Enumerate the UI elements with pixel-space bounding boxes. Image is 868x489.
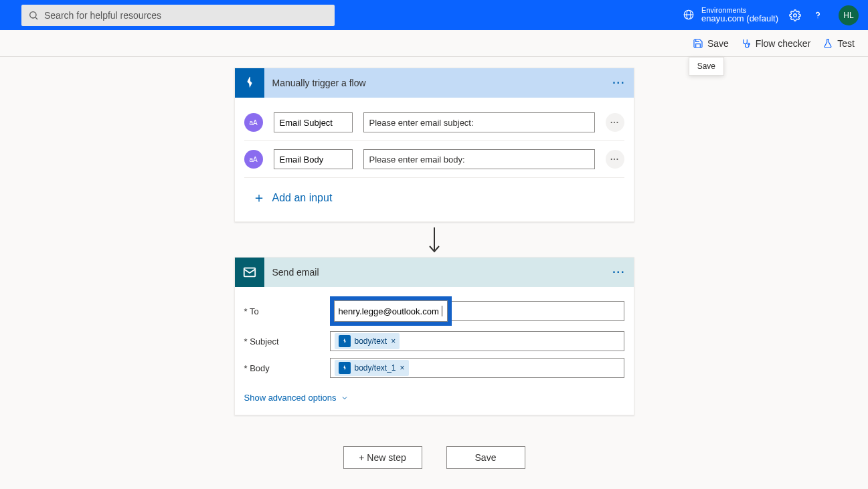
save-button[interactable]: Save (693, 38, 729, 49)
body-label: * Body (244, 363, 330, 373)
flask-icon (822, 38, 833, 49)
trigger-token-icon (339, 335, 351, 347)
app-header: Search for helpful resources Environment… (0, 0, 868, 30)
subject-input[interactable]: body/text × (330, 331, 624, 351)
search-input[interactable]: Search for helpful resources (21, 5, 335, 26)
save-flow-button[interactable]: Save (446, 446, 525, 469)
param-name-input[interactable]: Email Body (274, 149, 353, 169)
editor-toolbar: Save Flow checker Test Save (0, 30, 868, 57)
plus-icon: ＋ (252, 189, 266, 207)
to-input-extension[interactable] (452, 301, 624, 321)
trigger-card: Manually trigger a flow ··· aA Email Sub… (234, 68, 634, 222)
avatar[interactable]: HL (839, 5, 859, 25)
action-title: Send email (272, 267, 613, 278)
test-button[interactable]: Test (822, 38, 855, 49)
svg-point-8 (748, 43, 750, 45)
environment-picker[interactable]: Environments enayu.com (default) (683, 6, 778, 25)
help-icon[interactable] (812, 9, 824, 21)
stethoscope-icon (741, 38, 752, 49)
text-caret (442, 306, 442, 316)
gear-icon[interactable] (789, 9, 801, 21)
chevron-down-icon (341, 394, 349, 402)
action-card: Send email ··· * To henry.legge@outlook.… (234, 257, 634, 415)
mail-icon (235, 258, 264, 287)
env-name: enayu.com (default) (701, 14, 778, 24)
to-input[interactable]: henry.legge@outlook.com (334, 300, 448, 322)
flow-checker-label: Flow checker (756, 38, 810, 49)
arrow-down-icon (426, 226, 442, 254)
trigger-card-header[interactable]: Manually trigger a flow ··· (235, 68, 634, 98)
action-card-header[interactable]: Send email ··· (235, 258, 634, 287)
text-type-icon: aA (244, 150, 263, 169)
text-type-icon: aA (244, 113, 263, 132)
svg-point-7 (817, 17, 818, 18)
dynamic-token[interactable]: body/text_1 × (335, 360, 409, 376)
dynamic-token[interactable]: body/text × (335, 333, 400, 349)
globe-icon (683, 9, 695, 21)
save-label: Save (707, 38, 729, 49)
param-more-icon[interactable]: ··· (606, 150, 624, 169)
body-input[interactable]: body/text_1 × (330, 358, 624, 378)
token-remove-icon[interactable]: × (391, 336, 396, 346)
test-label: Test (837, 38, 855, 49)
new-step-button[interactable]: + New step (343, 446, 422, 469)
token-text: body/text (355, 336, 387, 346)
bottom-actions: + New step Save (234, 446, 634, 469)
param-row: aA Email Subject Please enter email subj… (244, 104, 624, 141)
param-name-input[interactable]: Email Subject (274, 112, 353, 132)
search-placeholder: Search for helpful resources (44, 10, 161, 21)
to-highlight: henry.legge@outlook.com (330, 296, 452, 326)
param-more-icon[interactable]: ··· (606, 113, 624, 132)
trigger-icon (235, 68, 264, 98)
flow-canvas: Manually trigger a flow ··· aA Email Sub… (0, 57, 868, 469)
field-row-body: * Body body/text_1 × (244, 357, 624, 379)
field-row-to: * To henry.legge@outlook.com (244, 296, 624, 326)
trigger-title: Manually trigger a flow (272, 78, 613, 88)
to-value: henry.legge@outlook.com (339, 306, 439, 316)
show-advanced-options[interactable]: Show advanced options (235, 386, 634, 415)
advanced-label: Show advanced options (244, 393, 337, 403)
add-input-button[interactable]: ＋ Add an input (244, 178, 624, 219)
field-row-subject: * Subject body/text × (244, 330, 624, 353)
action-more-icon[interactable]: ··· (612, 266, 625, 278)
to-label: * To (244, 306, 330, 316)
search-icon (28, 10, 39, 21)
token-remove-icon[interactable]: × (400, 363, 405, 373)
add-input-label: Add an input (272, 192, 333, 204)
param-row: aA Email Body Please enter email body: ·… (244, 141, 624, 178)
flow-checker-button[interactable]: Flow checker (741, 38, 810, 49)
svg-point-5 (794, 13, 797, 17)
trigger-more-icon[interactable]: ··· (612, 77, 625, 89)
connector-arrow (234, 222, 634, 257)
svg-point-0 (30, 11, 36, 17)
save-icon (693, 38, 703, 49)
param-prompt-input[interactable]: Please enter email subject: (363, 112, 595, 132)
token-text: body/text_1 (355, 363, 396, 373)
param-prompt-input[interactable]: Please enter email body: (363, 149, 595, 169)
trigger-token-icon (339, 362, 351, 374)
subject-label: * Subject (244, 336, 330, 347)
svg-line-1 (35, 17, 37, 19)
